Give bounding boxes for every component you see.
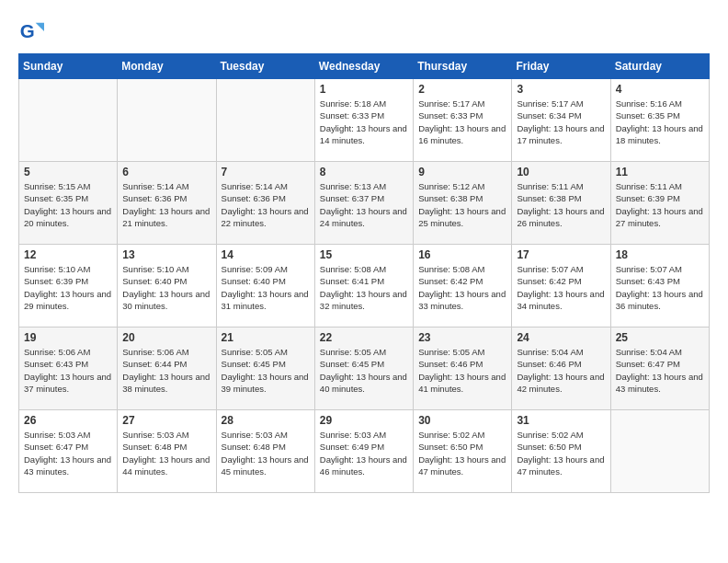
weekday-header-row: SundayMondayTuesdayWednesdayThursdayFrid… bbox=[19, 54, 710, 79]
page-header: G bbox=[18, 18, 710, 44]
calendar-cell: 12Sunrise: 5:10 AM Sunset: 6:39 PM Dayli… bbox=[19, 245, 118, 327]
day-info: Sunrise: 5:03 AM Sunset: 6:47 PM Dayligh… bbox=[24, 429, 112, 477]
calendar-cell: 29Sunrise: 5:03 AM Sunset: 6:49 PM Dayli… bbox=[314, 410, 413, 493]
day-number: 31 bbox=[517, 414, 605, 427]
day-info: Sunrise: 5:07 AM Sunset: 6:42 PM Dayligh… bbox=[517, 263, 605, 312]
day-number: 9 bbox=[418, 166, 506, 178]
day-info: Sunrise: 5:08 AM Sunset: 6:41 PM Dayligh… bbox=[320, 263, 408, 312]
calendar-cell: 25Sunrise: 5:04 AM Sunset: 6:47 PM Dayli… bbox=[610, 327, 709, 410]
calendar-cell: 13Sunrise: 5:10 AM Sunset: 6:40 PM Dayli… bbox=[118, 245, 216, 327]
day-number: 17 bbox=[517, 248, 605, 261]
day-number: 6 bbox=[122, 166, 210, 178]
day-info: Sunrise: 5:06 AM Sunset: 6:44 PM Dayligh… bbox=[122, 346, 210, 395]
calendar-cell: 1Sunrise: 5:18 AM Sunset: 6:33 PM Daylig… bbox=[314, 79, 413, 162]
day-number: 21 bbox=[222, 331, 310, 344]
day-info: Sunrise: 5:15 AM Sunset: 6:35 PM Dayligh… bbox=[24, 180, 112, 229]
day-number: 26 bbox=[24, 414, 112, 427]
calendar-cell: 26Sunrise: 5:03 AM Sunset: 6:47 PM Dayli… bbox=[19, 410, 118, 493]
day-number: 13 bbox=[122, 248, 210, 261]
day-number: 30 bbox=[418, 414, 506, 427]
day-number: 29 bbox=[320, 414, 408, 427]
calendar-cell: 28Sunrise: 5:03 AM Sunset: 6:48 PM Dayli… bbox=[216, 410, 314, 493]
calendar-cell bbox=[118, 79, 216, 162]
day-number: 4 bbox=[616, 83, 704, 96]
day-number: 7 bbox=[222, 166, 310, 178]
day-info: Sunrise: 5:07 AM Sunset: 6:43 PM Dayligh… bbox=[616, 263, 704, 312]
calendar-cell: 31Sunrise: 5:02 AM Sunset: 6:50 PM Dayli… bbox=[512, 410, 610, 493]
day-info: Sunrise: 5:05 AM Sunset: 6:45 PM Dayligh… bbox=[320, 346, 408, 395]
day-info: Sunrise: 5:05 AM Sunset: 6:46 PM Dayligh… bbox=[418, 346, 506, 395]
calendar-cell: 7Sunrise: 5:14 AM Sunset: 6:36 PM Daylig… bbox=[216, 162, 314, 245]
weekday-header-thursday: Thursday bbox=[414, 54, 512, 79]
day-number: 27 bbox=[122, 414, 210, 427]
day-info: Sunrise: 5:02 AM Sunset: 6:50 PM Dayligh… bbox=[517, 429, 605, 477]
day-info: Sunrise: 5:03 AM Sunset: 6:48 PM Dayligh… bbox=[222, 429, 310, 477]
day-info: Sunrise: 5:08 AM Sunset: 6:42 PM Dayligh… bbox=[418, 263, 506, 312]
week-row-5: 26Sunrise: 5:03 AM Sunset: 6:47 PM Dayli… bbox=[19, 410, 710, 493]
day-number: 15 bbox=[320, 248, 408, 261]
day-info: Sunrise: 5:10 AM Sunset: 6:40 PM Dayligh… bbox=[122, 263, 210, 312]
calendar-cell: 15Sunrise: 5:08 AM Sunset: 6:41 PM Dayli… bbox=[314, 245, 413, 327]
day-number: 22 bbox=[320, 331, 408, 344]
week-row-2: 5Sunrise: 5:15 AM Sunset: 6:35 PM Daylig… bbox=[19, 162, 710, 245]
calendar-cell: 5Sunrise: 5:15 AM Sunset: 6:35 PM Daylig… bbox=[19, 162, 118, 245]
calendar-cell: 9Sunrise: 5:12 AM Sunset: 6:38 PM Daylig… bbox=[414, 162, 512, 245]
weekday-header-tuesday: Tuesday bbox=[216, 54, 314, 79]
day-number: 8 bbox=[320, 166, 408, 178]
day-info: Sunrise: 5:06 AM Sunset: 6:43 PM Dayligh… bbox=[24, 346, 112, 395]
logo: G bbox=[18, 18, 48, 44]
day-number: 14 bbox=[222, 248, 310, 261]
day-number: 24 bbox=[517, 331, 605, 344]
day-number: 12 bbox=[24, 248, 112, 261]
weekday-header-monday: Monday bbox=[118, 54, 216, 79]
calendar-cell: 21Sunrise: 5:05 AM Sunset: 6:45 PM Dayli… bbox=[216, 327, 314, 410]
calendar-cell: 3Sunrise: 5:17 AM Sunset: 6:34 PM Daylig… bbox=[512, 79, 610, 162]
day-info: Sunrise: 5:14 AM Sunset: 6:36 PM Dayligh… bbox=[222, 180, 310, 229]
day-info: Sunrise: 5:11 AM Sunset: 6:38 PM Dayligh… bbox=[517, 180, 605, 229]
day-number: 20 bbox=[122, 331, 210, 344]
calendar-cell: 6Sunrise: 5:14 AM Sunset: 6:36 PM Daylig… bbox=[118, 162, 216, 245]
calendar-cell: 11Sunrise: 5:11 AM Sunset: 6:39 PM Dayli… bbox=[610, 162, 709, 245]
day-number: 1 bbox=[320, 83, 408, 96]
calendar-cell: 18Sunrise: 5:07 AM Sunset: 6:43 PM Dayli… bbox=[610, 245, 709, 327]
day-number: 19 bbox=[24, 331, 112, 344]
day-info: Sunrise: 5:04 AM Sunset: 6:47 PM Dayligh… bbox=[616, 346, 704, 395]
day-info: Sunrise: 5:04 AM Sunset: 6:46 PM Dayligh… bbox=[517, 346, 605, 395]
day-info: Sunrise: 5:03 AM Sunset: 6:48 PM Dayligh… bbox=[122, 429, 210, 477]
day-number: 2 bbox=[418, 83, 506, 96]
weekday-header-sunday: Sunday bbox=[19, 54, 118, 79]
calendar-cell: 22Sunrise: 5:05 AM Sunset: 6:45 PM Dayli… bbox=[314, 327, 413, 410]
day-number: 16 bbox=[418, 248, 506, 261]
calendar-cell bbox=[610, 410, 709, 493]
day-number: 5 bbox=[24, 166, 112, 178]
calendar-cell: 16Sunrise: 5:08 AM Sunset: 6:42 PM Dayli… bbox=[414, 245, 512, 327]
day-number: 11 bbox=[616, 166, 704, 178]
day-info: Sunrise: 5:03 AM Sunset: 6:49 PM Dayligh… bbox=[320, 429, 408, 477]
calendar-cell: 27Sunrise: 5:03 AM Sunset: 6:48 PM Dayli… bbox=[118, 410, 216, 493]
day-info: Sunrise: 5:11 AM Sunset: 6:39 PM Dayligh… bbox=[616, 180, 704, 229]
calendar-cell: 17Sunrise: 5:07 AM Sunset: 6:42 PM Dayli… bbox=[512, 245, 610, 327]
calendar-cell: 4Sunrise: 5:16 AM Sunset: 6:35 PM Daylig… bbox=[610, 79, 709, 162]
day-info: Sunrise: 5:05 AM Sunset: 6:45 PM Dayligh… bbox=[222, 346, 310, 395]
day-info: Sunrise: 5:16 AM Sunset: 6:35 PM Dayligh… bbox=[616, 98, 704, 146]
weekday-header-wednesday: Wednesday bbox=[314, 54, 413, 79]
calendar-table: SundayMondayTuesdayWednesdayThursdayFrid… bbox=[18, 53, 710, 493]
calendar-cell bbox=[19, 79, 118, 162]
day-number: 18 bbox=[616, 248, 704, 261]
weekday-header-friday: Friday bbox=[512, 54, 610, 79]
day-info: Sunrise: 5:17 AM Sunset: 6:33 PM Dayligh… bbox=[418, 98, 506, 146]
calendar-cell: 2Sunrise: 5:17 AM Sunset: 6:33 PM Daylig… bbox=[414, 79, 512, 162]
day-info: Sunrise: 5:18 AM Sunset: 6:33 PM Dayligh… bbox=[320, 98, 408, 146]
calendar-cell: 10Sunrise: 5:11 AM Sunset: 6:38 PM Dayli… bbox=[512, 162, 610, 245]
calendar-cell: 30Sunrise: 5:02 AM Sunset: 6:50 PM Dayli… bbox=[414, 410, 512, 493]
day-info: Sunrise: 5:13 AM Sunset: 6:37 PM Dayligh… bbox=[320, 180, 408, 229]
calendar-cell: 23Sunrise: 5:05 AM Sunset: 6:46 PM Dayli… bbox=[414, 327, 512, 410]
svg-text:G: G bbox=[20, 20, 35, 41]
calendar-cell bbox=[216, 79, 314, 162]
logo-icon: G bbox=[18, 18, 44, 44]
calendar-cell: 24Sunrise: 5:04 AM Sunset: 6:46 PM Dayli… bbox=[512, 327, 610, 410]
day-number: 23 bbox=[418, 331, 506, 344]
calendar-cell: 19Sunrise: 5:06 AM Sunset: 6:43 PM Dayli… bbox=[19, 327, 118, 410]
calendar-cell: 8Sunrise: 5:13 AM Sunset: 6:37 PM Daylig… bbox=[314, 162, 413, 245]
weekday-header-saturday: Saturday bbox=[610, 54, 709, 79]
